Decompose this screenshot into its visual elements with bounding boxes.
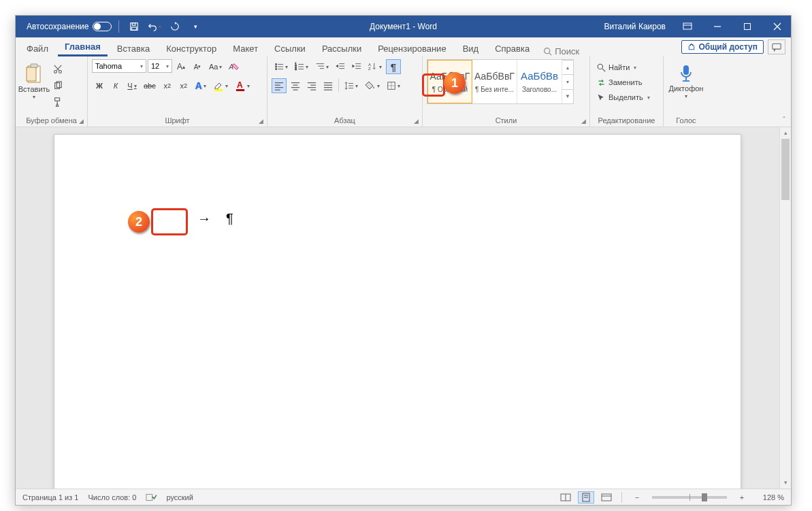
spellcheck-icon[interactable] — [146, 493, 157, 502]
paste-button[interactable]: Вставить ▾ — [20, 59, 48, 104]
svg-rect-20 — [214, 89, 223, 91]
svg-text:3: 3 — [295, 67, 297, 71]
decrease-indent-icon[interactable] — [333, 59, 348, 74]
clipboard-launcher-icon[interactable]: ◢ — [78, 118, 84, 125]
save-icon[interactable] — [126, 18, 142, 35]
autosave-toggle[interactable]: Автосохранение — [27, 22, 112, 31]
svg-point-15 — [59, 71, 62, 73]
multilevel-list-icon[interactable] — [312, 59, 331, 74]
align-center-icon[interactable] — [288, 78, 303, 93]
print-layout-icon[interactable] — [578, 491, 594, 504]
increase-indent-icon[interactable] — [349, 59, 364, 74]
zoom-level[interactable]: 128 % — [754, 493, 784, 501]
find-button[interactable]: Найти▾ — [594, 61, 639, 74]
word-count[interactable]: Число слов: 0 — [88, 493, 136, 501]
change-case-icon[interactable]: Aa — [206, 59, 225, 74]
style-heading1[interactable]: АаБбВв Заголово... — [517, 60, 562, 103]
select-label: Выделить — [608, 93, 643, 101]
language-status[interactable]: русский — [166, 493, 193, 501]
styles-group-label: Стили — [496, 116, 517, 125]
bold-button[interactable]: Ж — [92, 78, 107, 93]
svg-point-25 — [275, 66, 276, 67]
dictation-button[interactable]: Диктофон ▾ — [668, 59, 704, 104]
svg-point-23 — [275, 63, 276, 65]
clear-formatting-icon[interactable]: A — [226, 59, 242, 74]
dictation-label: Диктофон — [669, 84, 704, 93]
sort-icon[interactable]: AZ — [366, 59, 385, 74]
font-size-combo[interactable]: 12▾ — [148, 59, 172, 73]
vertical-scrollbar[interactable]: ▴ ▾ — [779, 127, 791, 489]
zoom-in-button[interactable]: + — [734, 491, 750, 504]
minimize-icon[interactable] — [704, 16, 731, 37]
page-status[interactable]: Страница 1 из 1 — [22, 493, 78, 501]
line-spacing-icon[interactable] — [342, 78, 361, 93]
undo-icon[interactable] — [146, 18, 163, 35]
comments-button[interactable] — [768, 39, 785, 54]
tab-layout[interactable]: Макет — [226, 40, 265, 56]
select-button[interactable]: Выделить▾ — [594, 90, 653, 104]
ribbon-display-icon[interactable] — [674, 16, 701, 37]
tab-insert[interactable]: Вставка — [110, 40, 157, 56]
underline-button[interactable]: Ч — [125, 78, 140, 93]
tab-mailings[interactable]: Рассылки — [315, 40, 368, 56]
collapse-ribbon-icon[interactable]: ˆ — [777, 56, 791, 127]
styles-launcher-icon[interactable]: ◢ — [580, 118, 587, 125]
shading-icon[interactable] — [362, 78, 383, 93]
close-icon[interactable] — [764, 16, 791, 37]
share-button[interactable]: Общий доступ — [681, 40, 764, 54]
font-name-combo[interactable]: Tahoma▾ — [92, 59, 146, 73]
web-layout-icon[interactable] — [598, 491, 615, 504]
zoom-out-button[interactable]: − — [629, 491, 645, 504]
justify-icon[interactable] — [321, 78, 336, 93]
style-no-spacing[interactable]: АаБбВвГ ¶ Без инте... — [472, 60, 517, 103]
tab-design[interactable]: Конструктор — [159, 40, 223, 56]
maximize-icon[interactable] — [734, 16, 761, 37]
italic-button[interactable]: К — [108, 78, 123, 93]
zoom-slider[interactable] — [652, 496, 727, 499]
editing-group-label: Редактирование — [598, 116, 655, 125]
scroll-up-icon[interactable]: ▴ — [780, 127, 791, 139]
tab-review[interactable]: Рецензирование — [371, 40, 453, 56]
cut-icon[interactable] — [50, 62, 65, 77]
font-group-label: Шрифт — [165, 116, 189, 125]
align-left-icon[interactable] — [272, 78, 287, 93]
document-page[interactable]: → ¶ — [54, 134, 741, 489]
tab-home[interactable]: Главная — [58, 38, 108, 56]
show-hide-pilcrow-button[interactable]: ¶ — [386, 59, 401, 74]
replace-button[interactable]: Заменить — [594, 76, 645, 89]
scroll-down-icon[interactable]: ▾ — [780, 477, 791, 489]
grow-font-icon[interactable]: A▴ — [174, 59, 189, 74]
tab-help[interactable]: Справка — [488, 40, 536, 56]
styles-scroll[interactable]: ▴▾▼ — [562, 60, 573, 103]
find-label: Найти — [608, 63, 630, 71]
highlight-color-icon[interactable] — [210, 78, 231, 93]
paragraph-launcher-icon[interactable]: ◢ — [412, 118, 419, 125]
user-name[interactable]: Виталий Каиров — [598, 22, 671, 31]
format-painter-icon[interactable] — [50, 95, 65, 110]
svg-point-8 — [545, 48, 550, 54]
align-right-icon[interactable] — [304, 78, 319, 93]
qat-customize-icon[interactable]: ▾ — [187, 18, 204, 35]
subscript-icon[interactable]: x2 — [160, 78, 175, 93]
scroll-thumb[interactable] — [781, 139, 790, 200]
strikethrough-button[interactable]: abc — [141, 78, 159, 93]
ribbon-tabs: Файл Главная Вставка Конструктор Макет С… — [16, 37, 791, 56]
shrink-font-icon[interactable]: A▾ — [190, 59, 205, 74]
borders-icon[interactable] — [384, 78, 403, 93]
read-mode-icon[interactable] — [557, 491, 574, 504]
group-voice: Диктофон ▾ Голос — [664, 56, 709, 127]
tab-view[interactable]: Вид — [456, 40, 486, 56]
status-bar: Страница 1 из 1 Число слов: 0 русский − … — [16, 489, 791, 505]
font-color-icon[interactable]: A — [232, 78, 253, 93]
tell-me-search[interactable]: Поиск — [543, 46, 579, 56]
tab-references[interactable]: Ссылки — [267, 40, 312, 56]
numbering-icon[interactable]: 123 — [292, 59, 311, 74]
text-effects-icon[interactable]: A — [193, 78, 209, 93]
font-launcher-icon[interactable]: ◢ — [257, 118, 264, 125]
superscript-icon[interactable]: x2 — [176, 78, 191, 93]
tab-file[interactable]: Файл — [20, 40, 55, 56]
copy-icon[interactable] — [50, 78, 65, 93]
bullets-icon[interactable] — [272, 59, 291, 74]
word-window: Автосохранение ▾ Документ1 - Word Витали… — [15, 15, 792, 506]
redo-icon[interactable] — [167, 18, 183, 35]
